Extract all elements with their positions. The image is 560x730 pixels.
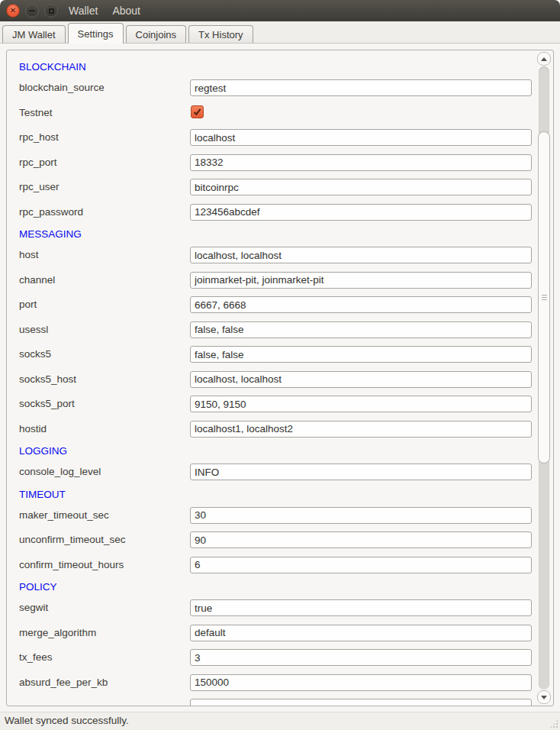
field-label-confirm_timeout_hours: confirm_timeout_hours [19, 559, 124, 570]
menubar-item-wallet[interactable]: Wallet [67, 0, 99, 21]
section-header-policy: POLICY [19, 581, 57, 593]
menubar-item-about[interactable]: About [111, 0, 142, 21]
field-input-channel[interactable] [190, 272, 532, 289]
vertical-scrollbar[interactable] [536, 52, 552, 704]
scrollbar-trough[interactable] [539, 66, 549, 690]
field-label-rpc_host: rpc_host [19, 131, 59, 143]
arrow-up-icon [541, 57, 547, 61]
field-label-merge_algorithm: merge_algorithm [19, 627, 96, 638]
field-input-absurd_fee_per_kb[interactable] [190, 674, 532, 691]
thumb-grip-icon [542, 295, 547, 296]
tab-tx-history[interactable]: Tx History [188, 25, 253, 43]
field-input-unconfirm_timeout_sec[interactable] [190, 531, 532, 548]
window-maximize-button[interactable] [44, 4, 58, 18]
tab-jm-wallet[interactable]: JM Wallet [2, 25, 66, 43]
arrow-down-icon [541, 696, 547, 699]
field-label-rpc_user: rpc_user [19, 181, 60, 192]
field-label-console_log_level: console_log_level [19, 466, 101, 477]
section-header-blockchain: BLOCKCHAIN [19, 61, 86, 73]
field-input-socks5[interactable] [190, 346, 532, 363]
field-input-maker_timeout_sec[interactable] [190, 507, 532, 524]
scrollbar-up-button[interactable] [537, 52, 551, 66]
field-label-hostid: hostid [19, 423, 47, 434]
field-label-usessl: usessl [19, 324, 48, 335]
field-label-host: host [19, 249, 39, 260]
minimize-icon [29, 10, 35, 11]
field-input-rpc_port[interactable] [190, 154, 532, 171]
titlebar: ✕ Wallet About [0, 0, 560, 21]
window-minimize-button[interactable] [25, 4, 39, 18]
field-input-host[interactable] [190, 247, 532, 263]
field-input-blockchain_source[interactable] [190, 79, 532, 96]
field-input-tx_fees[interactable] [190, 649, 532, 666]
field-label-socks5_host: socks5_host [19, 373, 76, 385]
field-label-segwit: segwit [19, 602, 48, 613]
field-label-port: port [19, 299, 37, 310]
field-input-segwit[interactable] [190, 599, 532, 616]
field-input-rpc_host[interactable] [190, 129, 532, 146]
field-input-merge_algorithm[interactable] [190, 625, 532, 641]
field-label-absurd_fee_per_kb: absurd_fee_per_kb [19, 677, 108, 688]
maximize-icon [49, 8, 54, 14]
scrollbar-down-button[interactable] [537, 690, 551, 704]
section-header-messaging: MESSAGING [19, 228, 82, 240]
field-label-unconfirm_timeout_sec: unconfirm_timeout_sec [19, 534, 126, 545]
checkmark-icon [192, 107, 202, 117]
field-input-hostid[interactable] [190, 421, 532, 438]
tabbar: JM Wallet Settings Coinjoins Tx History [0, 21, 560, 44]
field-label-channel: channel [19, 274, 55, 286]
tab-coinjoins[interactable]: Coinjoins [126, 25, 186, 43]
field-input-rpc_user[interactable] [190, 179, 532, 195]
field-input-console_log_level[interactable] [190, 464, 532, 480]
window-close-button[interactable]: ✕ [6, 4, 20, 18]
field-label-tx_fees: tx_fees [19, 651, 53, 663]
field-input-port[interactable] [190, 296, 532, 313]
field-checkbox-testnet[interactable] [191, 105, 204, 118]
section-header-logging: LOGGING [19, 445, 67, 457]
section-header-timeout: TIMEOUT [19, 489, 66, 500]
field-label-maker_timeout_sec: maker_timeout_sec [19, 509, 109, 521]
field-input-socks5_host[interactable] [190, 371, 532, 388]
field-label-testnet: Testnet [19, 107, 53, 118]
status-message: Wallet synced successfully. [5, 715, 129, 726]
resize-grip-icon[interactable] [549, 719, 558, 728]
settings-scroll-area: BLOCKCHAINblockchain_sourceTestnetrpc_ho… [6, 50, 554, 706]
field-input-rpc_password[interactable] [190, 204, 532, 221]
tab-settings[interactable]: Settings [68, 23, 124, 44]
menubar: Wallet About [67, 0, 142, 21]
close-icon: ✕ [10, 7, 16, 15]
scrollbar-thumb[interactable] [538, 131, 550, 464]
field-label-rpc_password: rpc_password [19, 206, 83, 218]
field-input-clipped[interactable] [190, 699, 532, 706]
settings-form: BLOCKCHAINblockchain_sourceTestnetrpc_ho… [7, 50, 535, 706]
statusbar: Wallet synced successfully. [0, 712, 560, 730]
field-input-confirm_timeout_hours[interactable] [190, 557, 532, 573]
field-label-blockchain_source: blockchain_source [19, 82, 105, 93]
field-input-usessl[interactable] [190, 321, 532, 338]
field-label-rpc_port: rpc_port [19, 157, 57, 168]
field-label-socks5: socks5 [19, 348, 51, 360]
field-input-socks5_port[interactable] [190, 396, 532, 412]
settings-page: BLOCKCHAINblockchain_sourceTestnetrpc_ho… [0, 44, 560, 712]
field-label-socks5_port: socks5_port [19, 398, 75, 409]
